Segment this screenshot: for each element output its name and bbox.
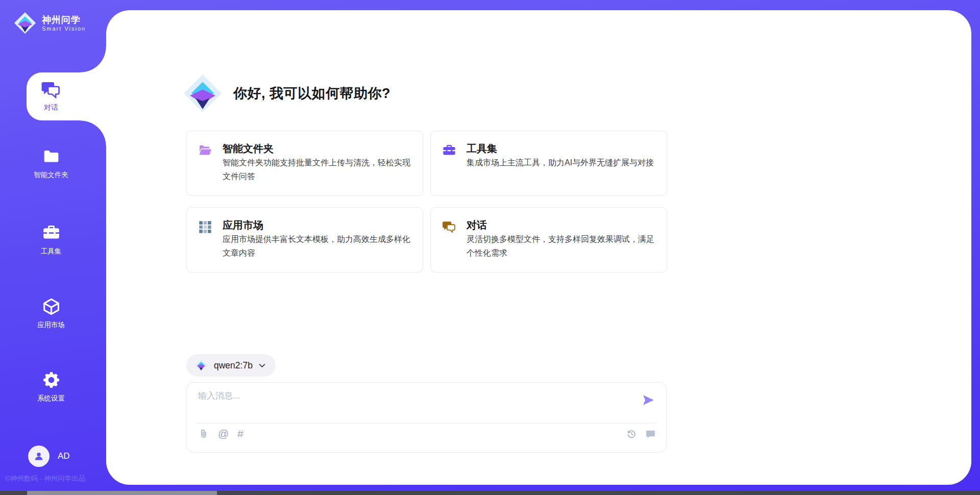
sidebar-item-label: 应用市场 — [37, 320, 65, 330]
message-input[interactable] — [198, 390, 627, 418]
sidebar-item-toolset[interactable]: 工具集 — [0, 224, 102, 256]
user-initials: AD — [58, 451, 70, 461]
scrollbar-thumb[interactable] — [27, 491, 217, 495]
send-button[interactable] — [641, 393, 656, 408]
card-title: 对话 — [467, 218, 487, 232]
brand-name: 神州问学 — [42, 14, 86, 26]
brand-logo-icon — [13, 11, 37, 35]
tab-fillet-bottom — [81, 120, 106, 146]
briefcase-icon — [42, 224, 61, 242]
grid-icon — [198, 220, 212, 234]
brand: 神州问学 Smart Vision — [13, 11, 86, 35]
send-icon — [641, 393, 655, 407]
model-selector[interactable]: qwen2:7b — [186, 354, 276, 377]
message-composer: @ # — [186, 382, 667, 453]
folder-icon — [42, 147, 61, 166]
greeting-title: 你好, 我可以如何帮助你? — [233, 84, 390, 103]
gear-icon — [42, 370, 61, 389]
greeting: 你好, 我可以如何帮助你? — [182, 73, 390, 114]
sidebar-item-smart-folder[interactable]: 智能文件夹 — [0, 147, 102, 180]
sidebar-item-label: 系统设置 — [37, 394, 65, 403]
avatar[interactable] — [28, 445, 50, 467]
chat-icon — [442, 220, 456, 234]
sidebar-item-app-market[interactable]: 应用市场 — [0, 297, 102, 330]
brand-text: 神州问学 Smart Vision — [42, 14, 86, 32]
card-description: 灵活切换多模型文件，支持多样回复效果调试，满足个性化需求 — [467, 232, 656, 260]
assistant-logo-icon — [182, 73, 223, 114]
sidebar: 神州问学 Smart Vision 对话 智能文件夹 工具集 应用市场 系统设置 — [0, 0, 106, 495]
copyright-text: ©神州数码 · 神州问学出品 — [5, 474, 105, 483]
briefcase-icon — [442, 143, 456, 158]
card-title: 工具集 — [467, 142, 497, 156]
hashtag-icon[interactable]: # — [237, 428, 243, 440]
composer-divider — [196, 423, 657, 424]
chat-bubble-icon[interactable] — [645, 429, 656, 439]
card-description: 智能文件夹功能支持批量文件上传与清洗，轻松实现文件问答 — [223, 156, 412, 183]
card-smart-folder[interactable]: 智能文件夹 智能文件夹功能支持批量文件上传与清洗，轻松实现文件问答 — [186, 131, 423, 196]
folder-open-icon — [198, 143, 212, 158]
card-chat[interactable]: 对话 灵活切换多模型文件，支持多样回复效果调试，满足个性化需求 — [430, 207, 667, 273]
composer-tools: @ # — [198, 428, 243, 440]
composer-actions — [626, 429, 656, 439]
card-description: 集成市场上主流工具，助力AI与外界无缝扩展与对接 — [467, 156, 656, 169]
sidebar-item-label: 对话 — [44, 103, 58, 112]
brand-subtitle: Smart Vision — [42, 26, 86, 32]
app-background: 神州问学 Smart Vision 对话 智能文件夹 工具集 应用市场 系统设置 — [0, 0, 980, 495]
cube-icon — [42, 297, 61, 316]
person-icon — [33, 450, 45, 462]
attachment-icon[interactable] — [198, 428, 209, 439]
history-icon[interactable] — [626, 429, 637, 439]
model-name: qwen2:7b — [214, 360, 253, 371]
user-row: AD — [28, 445, 70, 467]
model-logo-icon — [194, 359, 208, 372]
chevron-down-icon — [259, 363, 265, 368]
sidebar-item-label: 工具集 — [41, 247, 62, 256]
sidebar-item-label: 智能文件夹 — [34, 170, 68, 180]
sidebar-item-chat[interactable]: 对话 — [27, 72, 106, 120]
tab-fillet-top — [81, 47, 106, 72]
sidebar-item-system-settings[interactable]: 系统设置 — [0, 370, 102, 403]
chat-bubbles-icon — [41, 81, 61, 100]
feature-cards: 智能文件夹 智能文件夹功能支持批量文件上传与清洗，轻松实现文件问答 工具集 集成… — [186, 131, 667, 273]
card-toolset[interactable]: 工具集 集成市场上主流工具，助力AI与外界无缝扩展与对接 — [430, 131, 667, 196]
card-title: 智能文件夹 — [223, 142, 274, 156]
mention-icon[interactable]: @ — [218, 428, 229, 440]
horizontal-scrollbar[interactable] — [0, 491, 980, 495]
card-app-market[interactable]: 应用市场 应用市场提供丰富长文本模板，助力高效生成多样化文章内容 — [186, 207, 423, 273]
card-description: 应用市场提供丰富长文本模板，助力高效生成多样化文章内容 — [223, 232, 412, 260]
card-title: 应用市场 — [223, 218, 263, 232]
